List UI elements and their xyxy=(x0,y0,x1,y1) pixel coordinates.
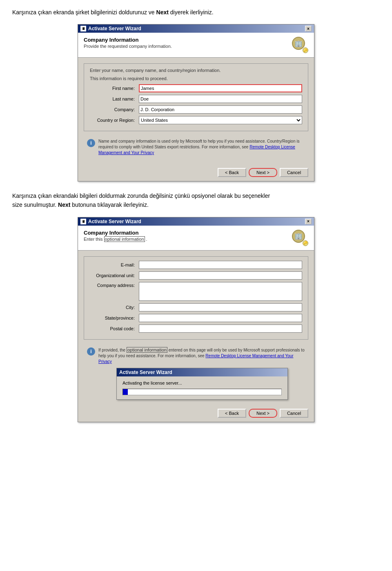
input-city[interactable] xyxy=(139,303,302,311)
dialog2-header-icon: 🏢 🔑 xyxy=(292,230,308,246)
progress-bar-outer xyxy=(122,389,282,395)
input-company[interactable] xyxy=(139,105,302,114)
info-icon-2: i xyxy=(87,347,95,356)
dialog2-info-box: i If provided, the optional information … xyxy=(84,344,308,368)
input-firstname[interactable] xyxy=(139,84,302,92)
between-line3: butonuna tıklayarak ilerleyiniz. xyxy=(70,202,148,208)
progress-dialog: Activate Server Wizard Activating the li… xyxy=(116,368,288,400)
dialog1-header-subtitle: Provide the requested company informatio… xyxy=(84,44,172,49)
select-country[interactable]: United States xyxy=(139,116,302,124)
form-row-country: Country or Region: United States xyxy=(90,116,302,124)
input-address[interactable] xyxy=(139,282,302,301)
optional-highlight-header: optional information xyxy=(104,236,145,242)
intro-text-before: Karşınıza çıkan ekranda şirket bilgileri… xyxy=(12,9,156,16)
form-row-state: State/province: xyxy=(90,314,302,322)
between-line2: size sunulmuştur. xyxy=(12,202,58,208)
dialog2-close-button[interactable]: × xyxy=(305,219,312,224)
input-postal[interactable] xyxy=(139,325,302,333)
dialog1-back-button[interactable]: < Back xyxy=(218,168,246,177)
form-row-address: Company address: xyxy=(90,282,302,301)
form-row-city: City: xyxy=(90,303,302,311)
dialog2-header-title: Company Information xyxy=(84,230,147,236)
form-row-email: E-mail: xyxy=(90,261,302,269)
dialog1-header: Company Information Provide the requeste… xyxy=(78,33,314,58)
form-row-postal: Postal code: xyxy=(90,325,302,333)
progress-titlebar: Activate Server Wizard xyxy=(117,368,287,376)
label-lastname: Last name: xyxy=(90,96,139,101)
dialog1-cancel-button[interactable]: Cancel xyxy=(280,168,308,177)
dialog1-close-button[interactable]: × xyxy=(305,26,312,31)
input-orgunit[interactable] xyxy=(139,271,302,280)
label-country: Country or Region: xyxy=(90,118,139,123)
dialog1-titlebar: 🖥 Activate Server Wizard × xyxy=(78,25,314,33)
dialog1-info-text: Name and company information is used onl… xyxy=(98,139,305,156)
intro-paragraph: Karşınıza çıkan ekranda şirket bilgileri… xyxy=(12,8,380,17)
dialog2-form-section: E-mail: Organizational unit: Company add… xyxy=(84,256,308,340)
dialog2-title-icon: 🖥 xyxy=(80,219,86,224)
form-row-company: Company: xyxy=(90,105,302,114)
intro-next-bold: Next xyxy=(156,9,169,16)
dialog1-form-section: Enter your name, company name, and count… xyxy=(84,63,308,131)
label-address: Company address: xyxy=(90,283,139,288)
dialog2-icon-badge: 🔑 xyxy=(303,240,308,246)
input-email[interactable] xyxy=(139,261,302,269)
dialog1-next-button[interactable]: Next > xyxy=(249,168,277,177)
progress-text: Activating the license server... xyxy=(122,381,282,385)
input-state[interactable] xyxy=(139,314,302,322)
label-postal: Postal code: xyxy=(90,326,139,331)
dialog2-body: E-mail: Organizational unit: Company add… xyxy=(78,251,314,405)
input-lastname[interactable] xyxy=(139,95,302,103)
dialog2-info-text: If provided, the optional information en… xyxy=(98,347,305,365)
dialog1-title-text: Activate Server Wizard xyxy=(88,26,141,31)
dialog2-titlebar: 🖥 Activate Server Wizard × xyxy=(78,217,314,226)
dialog1-header-title: Company Information xyxy=(84,37,172,43)
intro-text-after: diyerek ilerliyiniz. xyxy=(169,9,214,16)
dialog1-info-line2: This information is required to proceed. xyxy=(90,76,302,81)
dialog1-info-box: i Name and company information is used o… xyxy=(84,135,308,159)
dialog2-cancel-button[interactable]: Cancel xyxy=(280,409,308,418)
dialog1-header-icon: 🏢 🔑 xyxy=(292,37,308,53)
dialog2-back-button[interactable]: < Back xyxy=(218,409,246,418)
dialog2-footer: < Back Next > Cancel xyxy=(78,405,314,422)
between-line1: Karşınıza çıkan ekrandaki bilgileri dold… xyxy=(12,193,270,199)
between-next-bold: Next xyxy=(58,202,70,208)
dialog1-info-line1: Enter your name, company name, and count… xyxy=(90,68,302,73)
dialog2-window: 🖥 Activate Server Wizard × Company Infor… xyxy=(78,217,314,422)
dialog2-header: Company Information Enter this optional … xyxy=(78,226,314,251)
form-row-orgunit: Organizational unit: xyxy=(90,271,302,280)
progress-body: Activating the license server... xyxy=(117,376,287,399)
label-state: State/province: xyxy=(90,316,139,320)
dialog2-header-subtitle: Enter this optional information . xyxy=(84,237,147,242)
dialog2-next-button[interactable]: Next > xyxy=(249,409,277,418)
dialog1-footer: < Back Next > Cancel xyxy=(78,165,314,181)
dialog1-title-icon: 🖥 xyxy=(80,26,86,31)
label-orgunit: Organizational unit: xyxy=(90,273,139,278)
dialog1-body: Enter your name, company name, and count… xyxy=(78,58,314,165)
label-firstname: First name: xyxy=(90,86,139,91)
info-icon: i xyxy=(87,139,95,147)
form-row-firstname: First name: xyxy=(90,84,302,92)
optional-highlight-info: optional information xyxy=(127,347,167,353)
dialog2-title-text: Activate Server Wizard xyxy=(88,219,141,224)
dialog1-icon-badge: 🔑 xyxy=(303,47,308,53)
label-company: Company: xyxy=(90,107,139,112)
label-city: City: xyxy=(90,305,139,310)
dialog1-window: 🖥 Activate Server Wizard × Company Infor… xyxy=(78,24,314,181)
between-paragraph: Karşınıza çıkan ekrandaki bilgileri dold… xyxy=(12,191,380,210)
progress-bar-inner xyxy=(123,389,128,395)
label-email: E-mail: xyxy=(90,262,139,267)
form-row-lastname: Last name: xyxy=(90,95,302,103)
